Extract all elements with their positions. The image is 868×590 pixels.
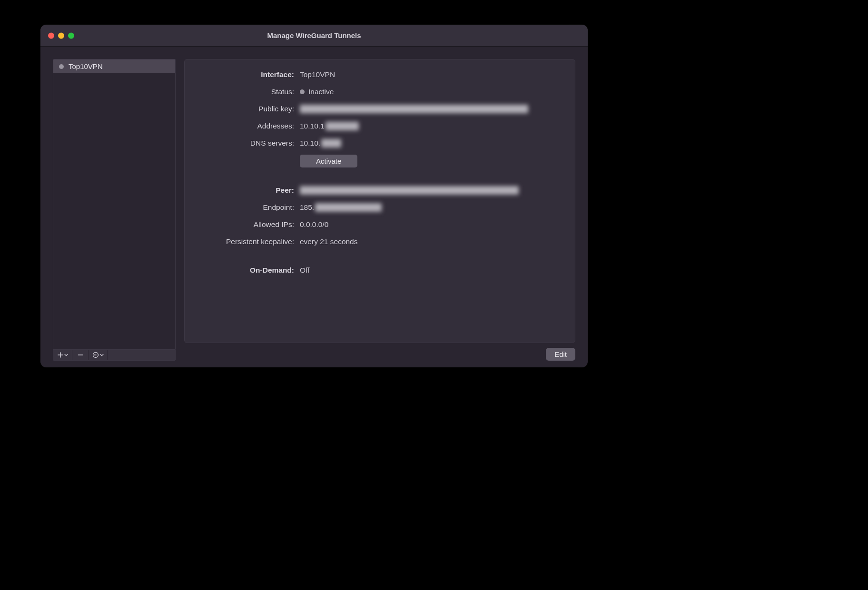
sidebar: Top10VPN xyxy=(53,59,176,361)
row-addresses: Addresses: 10.10.1 xyxy=(196,120,563,132)
activate-button[interactable]: Activate xyxy=(300,155,357,167)
detail-panel: Interface: Top10VPN Status: Inactive Pub… xyxy=(184,59,575,343)
maximize-icon[interactable] xyxy=(68,32,74,39)
redacted-value xyxy=(321,139,341,148)
allowed-ips-value: 0.0.0.0/0 xyxy=(300,220,328,229)
status-dot-icon xyxy=(59,64,64,69)
chevron-down-icon xyxy=(64,353,68,357)
redacted-value xyxy=(315,203,382,212)
endpoint-prefix: 185. xyxy=(300,203,314,212)
tunnel-list[interactable]: Top10VPN xyxy=(53,59,176,349)
ondemand-value: Off xyxy=(300,266,309,275)
peer-value xyxy=(300,186,519,195)
add-tunnel-button[interactable] xyxy=(53,350,72,360)
row-status: Status: Inactive xyxy=(196,86,563,98)
svg-point-2 xyxy=(95,354,96,355)
edit-button[interactable]: Edit xyxy=(546,348,575,361)
app-window: Manage WireGuard Tunnels Top10VPN xyxy=(40,25,588,367)
detail-wrap: Interface: Top10VPN Status: Inactive Pub… xyxy=(184,59,575,361)
svg-point-1 xyxy=(94,354,95,355)
minimize-icon[interactable] xyxy=(58,32,64,39)
publickey-label: Public key: xyxy=(196,105,300,113)
keepalive-value: every 21 seconds xyxy=(300,237,358,246)
endpoint-value: 185. xyxy=(300,203,382,212)
status-label: Status: xyxy=(196,88,300,96)
detail-footer: Edit xyxy=(184,343,575,361)
row-dns: DNS servers: 10.10. xyxy=(196,138,563,149)
row-activate: . Activate xyxy=(196,155,563,167)
chevron-down-icon xyxy=(100,353,104,357)
remove-tunnel-button[interactable] xyxy=(72,350,89,360)
ellipsis-circle-icon xyxy=(92,352,99,358)
peer-label: Peer: xyxy=(196,186,300,195)
addresses-label: Addresses: xyxy=(196,122,300,130)
window-title: Manage WireGuard Tunnels xyxy=(40,31,588,39)
interface-label: Interface: xyxy=(196,70,300,79)
row-ondemand: On-Demand: Off xyxy=(196,265,563,276)
tunnel-item-label: Top10VPN xyxy=(69,62,103,70)
titlebar[interactable]: Manage WireGuard Tunnels xyxy=(40,25,588,47)
allowed-ips-label: Allowed IPs: xyxy=(196,220,300,229)
dns-label: DNS servers: xyxy=(196,139,300,148)
tunnel-item[interactable]: Top10VPN xyxy=(53,59,175,73)
ondemand-label: On-Demand: xyxy=(196,266,300,275)
addresses-value: 10.10.1 xyxy=(300,122,359,130)
status-value: Inactive xyxy=(300,88,334,96)
traffic-lights xyxy=(48,32,74,39)
status-text: Inactive xyxy=(308,88,334,96)
endpoint-label: Endpoint: xyxy=(196,203,300,212)
close-icon[interactable] xyxy=(48,32,54,39)
publickey-value xyxy=(300,105,528,113)
keepalive-label: Persistent keepalive: xyxy=(196,237,300,246)
window-body: Top10VPN xyxy=(40,47,588,367)
redacted-value xyxy=(300,186,519,195)
actions-menu-button[interactable] xyxy=(89,350,108,360)
svg-point-3 xyxy=(96,354,97,355)
row-peer: Peer: xyxy=(196,185,563,196)
row-keepalive: Persistent keepalive: every 21 seconds xyxy=(196,236,563,247)
addresses-prefix: 10.10.1 xyxy=(300,122,325,130)
dns-value: 10.10. xyxy=(300,139,341,148)
minus-icon xyxy=(78,352,83,358)
status-dot-icon xyxy=(300,89,305,94)
row-publickey: Public key: xyxy=(196,103,563,115)
sidebar-toolbar xyxy=(53,349,176,361)
row-interface: Interface: Top10VPN xyxy=(196,69,563,80)
dns-prefix: 10.10. xyxy=(300,139,320,148)
redacted-value xyxy=(300,105,528,113)
interface-value: Top10VPN xyxy=(300,70,335,79)
row-endpoint: Endpoint: 185. xyxy=(196,202,563,213)
plus-icon xyxy=(58,352,63,358)
row-allowed-ips: Allowed IPs: 0.0.0.0/0 xyxy=(196,219,563,230)
redacted-value xyxy=(326,122,359,130)
